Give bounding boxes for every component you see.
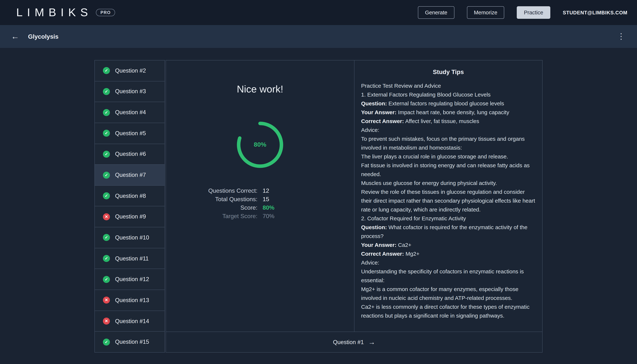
question-list-item[interactable]: Question #12 [94,269,165,290]
question-list-item[interactable]: Question #10 [94,227,165,248]
question-list-label: Question #14 [115,318,149,324]
tip-line-bold-prefix: Question: [361,224,387,230]
results-panels: Nice work! 80% Questions Correct:12Total… [166,60,542,332]
study-tip-line: Review the role of these tissues in gluc… [361,188,536,214]
kebab-menu-icon[interactable]: ⋮ [616,32,627,40]
tip-line-text: Advice: [361,259,379,266]
next-question-label: Question #1 [333,339,364,346]
question-list-item[interactable]: Question #15 [94,332,165,352]
question-status-icon [103,338,110,346]
question-list-item[interactable]: Question #5 [94,123,165,144]
question-status-icon [103,109,110,116]
question-status-icon [103,172,110,178]
practice-button[interactable]: Practice [517,6,550,19]
tip-line-text: Mg2+ is a common cofactor for many enzym… [361,286,518,301]
study-tip-line: Mg2+ is a common cofactor for many enzym… [361,285,536,302]
tip-line-bold-prefix: Correct Answer: [361,118,404,124]
question-list-label: Question #6 [115,151,146,158]
account-email[interactable]: STUDENT@LIMBIKS.COM [563,10,627,15]
back-arrow-icon[interactable]: ← [11,32,19,40]
tip-line-text: The liver plays a crucial role in glucos… [361,153,508,160]
study-tip-line: Advice: [361,126,536,134]
question-list-item[interactable]: Question #14 [94,310,165,332]
study-tip-line: Your Answer: Ca2+ [361,240,536,250]
question-list-item[interactable]: Question #11 [94,248,165,269]
stat-label: Questions Correct: [166,186,258,195]
question-list-label: Question #13 [115,297,149,304]
tip-line-text: 1. External Factors Regulating Blood Glu… [361,91,491,98]
question-status-icon [103,234,110,241]
score-progress-ring: 80% [235,120,285,170]
question-status-icon [103,213,110,220]
stat-value: 15 [263,195,354,203]
study-tips-title: Study Tips [361,68,536,76]
question-list-item[interactable]: Question #6 [94,144,165,165]
question-list-item[interactable]: Question #3 [94,81,165,102]
tip-line-text: Advice: [361,127,379,133]
study-tip-line: Question: External factors regulating bl… [361,99,536,108]
question-list-label: Question #2 [115,68,146,74]
question-status-icon [103,318,110,324]
app-root: LIMBIKS PRO Generate Memorize Practice S… [0,0,637,364]
results-box: Nice work! 80% Questions Correct:12Total… [166,60,543,352]
stat-value: 80% [263,203,354,212]
generate-button[interactable]: Generate [418,6,454,19]
result-heading: Nice work! [166,82,354,96]
question-status-icon [103,192,110,199]
tip-line-bold-prefix: Your Answer: [361,109,396,115]
question-list-label: Question #7 [115,172,146,178]
question-status-icon [103,276,110,283]
study-tip-line: Understanding the specificity of cofacto… [361,267,536,285]
question-status-icon [103,297,110,304]
top-bar: LIMBIKS PRO Generate Memorize Practice S… [0,0,637,25]
study-tip-line: To prevent such mistakes, focus on the p… [361,134,536,152]
question-status-icon [103,88,110,95]
question-list-label: Question #11 [115,255,149,262]
study-tip-line: Practice Test Review and Advice [361,82,536,90]
arrow-right-icon: → [368,338,375,346]
score-stats: Questions Correct:12Total Questions:15Sc… [166,186,354,220]
stat-label: Target Score: [166,212,258,220]
study-tip-line: Your Answer: Impact heart rate, bone den… [361,108,536,117]
main-content: Question #2 Question #3 Question #4 Ques… [94,60,543,352]
tip-line-text: Practice Test Review and Advice [361,82,441,89]
study-tips-panel: Study Tips Practice Test Review and Advi… [354,60,542,332]
stat-value: 12 [263,186,354,195]
question-list: Question #2 Question #3 Question #4 Ques… [94,60,165,352]
question-list-label: Question #4 [115,109,146,116]
study-tip-line: Advice: [361,258,536,267]
question-status-icon [103,151,110,158]
study-tip-line: Correct Answer: Affect liver, fat tissue… [361,117,536,126]
question-list-item[interactable]: Question #4 [94,102,165,123]
study-tip-line: Question: What cofactor is required for … [361,223,536,240]
stat-label: Score: [166,203,258,212]
tip-line-bold-prefix: Your Answer: [361,242,396,248]
memorize-button[interactable]: Memorize [467,6,504,19]
score-percent-label: 80% [235,120,285,170]
question-list-item[interactable]: Question #9 [94,206,165,227]
question-list-label: Question #5 [115,130,146,136]
question-list-label: Question #9 [115,214,146,220]
study-tip-line: Fat tissue is involved in storing energy… [361,161,536,179]
question-list-item[interactable]: Question #7 [94,164,165,186]
next-question-button[interactable]: Question #1 → [166,332,542,352]
question-list-label: Question #8 [115,192,146,199]
tip-line-bold-prefix: Correct Answer: [361,250,404,257]
question-status-icon [103,255,110,262]
tip-line-text: Affect liver, fat tissue, muscles [405,118,479,124]
question-list-item[interactable]: Question #13 [94,290,165,311]
tip-line-text: Fat tissue is involved in storing energy… [361,162,530,177]
study-tips-body: Practice Test Review and Advice 1. Exter… [361,82,536,320]
app-logo[interactable]: LIMBIKS [16,6,92,19]
question-list-label: Question #12 [115,276,149,282]
pro-badge: PRO [96,9,115,16]
question-status-icon [103,130,110,137]
study-tip-line: Ca2+ is less commonly a direct cofactor … [361,302,536,320]
tip-line-text: External factors regulating blood glucos… [388,100,504,106]
study-tip-line: Correct Answer: Mg2+ [361,250,536,258]
question-list-item[interactable]: Question #8 [94,185,165,206]
stat-label: Total Questions: [166,195,258,203]
tip-line-text: Ca2+ [398,242,411,248]
study-tip-line: 2. Cofactor Required for Enzymatic Activ… [361,214,536,223]
question-list-item[interactable]: Question #2 [94,60,165,81]
